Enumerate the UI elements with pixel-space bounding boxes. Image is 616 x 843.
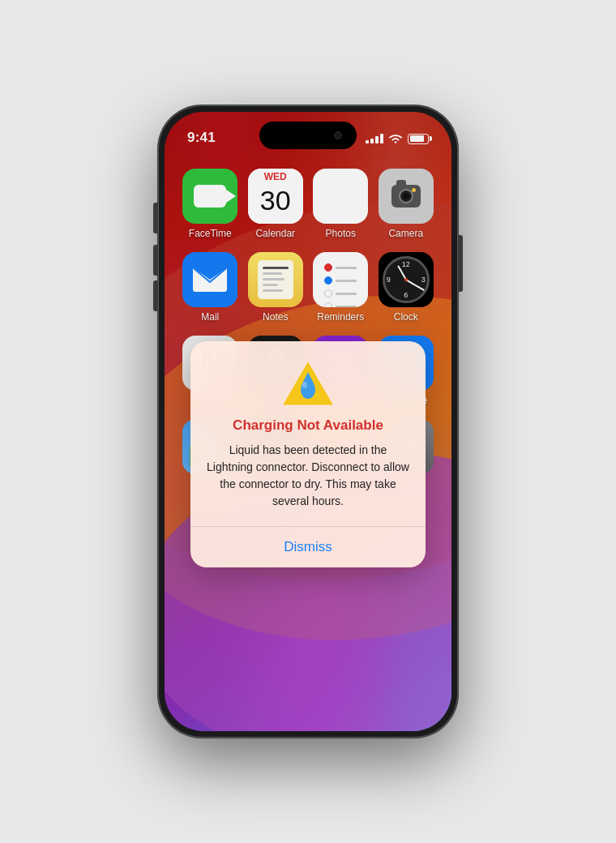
alert-overlay: Charging Not Available Liquid has been d… <box>165 112 451 731</box>
dismiss-button[interactable]: Dismiss <box>207 527 409 567</box>
phone-screen: 9:41 <box>165 112 451 731</box>
alert-title: Charging Not Available <box>207 417 409 434</box>
phone-frame: 9:41 <box>158 105 458 738</box>
alert-icon-area <box>207 361 409 406</box>
warning-icon <box>282 361 334 406</box>
alert-message: Liquid has been detected in the Lightnin… <box>207 442 409 510</box>
alert-box: Charging Not Available Liquid has been d… <box>190 341 426 567</box>
triangle-svg <box>282 361 334 406</box>
svg-point-18 <box>302 382 307 388</box>
